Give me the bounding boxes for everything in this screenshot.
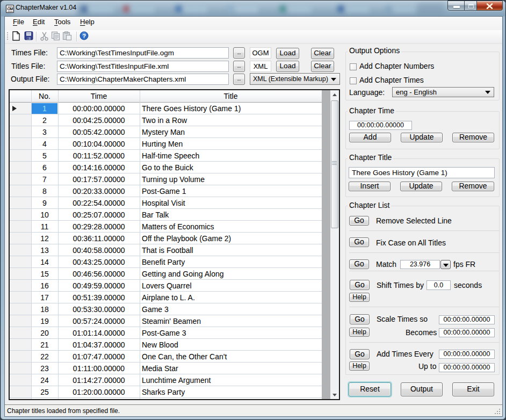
svg-text:?: ? [82,33,86,39]
